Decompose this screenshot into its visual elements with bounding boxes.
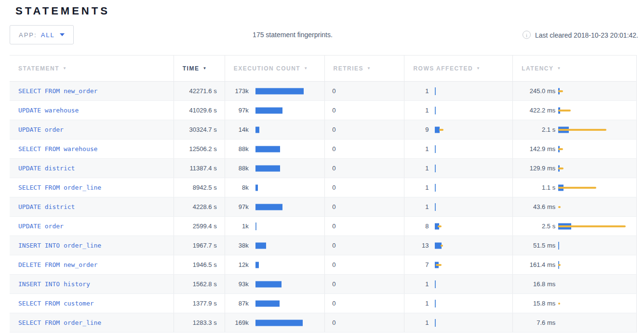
execution-count-cell: 1k [225,217,324,236]
latency-value: 51.5 ms [513,242,555,249]
table-row[interactable]: UPDATE order30324.7 s14k092.1 s [10,120,636,139]
table-row[interactable]: UPDATE district4228.6 s97k0143.6 ms [10,197,636,217]
table-row[interactable]: UPDATE district11387.4 s88k01129.9 ms [10,159,636,178]
execution-count-bar-chart [255,313,324,332]
mean-bar [255,223,256,230]
rows-affected-bar-chart [435,178,512,197]
mean-bar [255,107,282,113]
retries-value: 0 [325,107,336,114]
stddev-bar [558,303,560,305]
rows-affected-cell: 1 [404,178,512,197]
retries-value: 0 [325,203,336,210]
execution-count-value: 173k [225,87,249,95]
latency-value: 7.6 ms [513,319,555,326]
table-row[interactable]: UPDATE warehouse41029.6 s97k01422.2 ms [10,101,636,120]
statement-cell: SELECT FROM new_order [10,82,174,100]
rows-affected-bar-chart [435,313,512,332]
column-header-statement[interactable]: STATEMENT▼ [10,56,174,81]
statement-link[interactable]: DELETE FROM new_order [18,261,97,268]
latency-bar-chart [558,275,636,293]
mean-bar [255,165,280,171]
execution-count-value: 88k [225,165,249,172]
sort-arrow-icon: ▼ [202,66,207,70]
statement-link[interactable]: UPDATE district [18,165,75,172]
column-header-label: RETRIES [334,65,364,72]
statement-link[interactable]: UPDATE order [18,126,64,133]
info-icon[interactable]: i [523,31,531,39]
statement-link[interactable]: UPDATE warehouse [18,107,79,114]
rows-affected-cell: 1 [404,313,512,332]
last-cleared: i Last cleared 2018-10-23 20:01:42. [523,31,638,39]
execution-count-bar-chart [255,294,324,313]
table-row[interactable]: SELECT FROM new_order42271.6 s173k01245.… [10,82,636,101]
rows-affected-cell: 1 [404,275,512,293]
statement-link[interactable]: SELECT FROM order_line [18,319,101,326]
latency-bar-chart [558,120,636,139]
table-header: STATEMENT▼TIME▼EXECUTION COUNT▼RETRIES▼R… [10,56,636,82]
rows-affected-bar-chart [435,101,512,120]
table-row[interactable]: SELECT FROM warehouse12506.2 s88k01142.9… [10,139,636,159]
statement-link[interactable]: UPDATE district [18,203,75,210]
latency-cell: 422.2 ms [512,101,636,120]
latency-cell: 129.9 ms [512,159,636,178]
statement-link[interactable]: INSERT INTO history [18,280,90,288]
table-row[interactable]: SELECT FROM customer1377.9 s87k0115.8 ms [10,294,636,313]
column-header-time[interactable]: TIME▼ [174,56,225,81]
rows-affected-bar-chart [435,120,512,139]
mean-bar [435,145,436,153]
chevron-down-icon [60,33,65,36]
time-value: 30324.7 s [189,126,217,133]
execution-count-cell: 173k [225,82,324,100]
rows-affected-value: 1 [404,184,429,191]
table-row[interactable]: INSERT INTO history1562.8 s93k0116.8 ms [10,275,636,294]
latency-cell: 7.6 ms [512,313,636,332]
latency-cell: 16.8 ms [512,275,636,293]
execution-count-cell: 12k [225,255,324,274]
mean-bar [255,126,259,133]
table-row[interactable]: SELECT FROM order_line1283.3 s169k017.6 … [10,313,636,333]
time-cell: 2599.4 s [174,217,225,236]
execution-count-cell: 8k [225,178,324,197]
mean-bar [435,319,436,327]
latency-value: 422.2 ms [513,107,555,114]
time-cell: 1283.3 s [174,313,225,332]
rows-affected-value: 9 [404,126,429,133]
mean-bar [255,146,280,152]
mean-bar [255,281,282,287]
statement-link[interactable]: INSERT INTO order_line [18,242,101,249]
mean-bar [255,262,259,268]
statement-link[interactable]: UPDATE order [18,223,64,230]
column-header-rows-affected[interactable]: ROWS AFFECTED▼ [404,56,512,81]
time-value: 1562.8 s [193,280,217,288]
execution-count-value: 93k [225,280,249,288]
rows-affected-bar-chart [435,159,512,178]
retries-value: 0 [325,145,336,153]
retries-value: 0 [325,184,336,191]
execution-count-value: 97k [225,107,249,114]
app-filter-label: APP: [19,31,37,39]
column-header-latency[interactable]: LATENCY▼ [512,56,636,81]
statement-link[interactable]: SELECT FROM warehouse [18,145,97,153]
app-filter-dropdown[interactable]: APP: ALL [10,25,74,44]
column-header-retries[interactable]: RETRIES▼ [324,56,404,81]
time-cell: 1377.9 s [174,294,225,313]
rows-affected-value: 13 [404,242,429,249]
latency-cell: 2.5 s [512,217,636,236]
stddev-bar [436,264,442,266]
latency-cell: 2.1 s [512,120,636,139]
column-header-execution-count[interactable]: EXECUTION COUNT▼ [225,56,324,81]
latency-bar-chart [558,139,636,158]
latency-value: 129.9 ms [513,165,555,172]
rows-affected-value: 1 [404,300,429,307]
statement-link[interactable]: SELECT FROM customer [18,300,94,307]
table-row[interactable]: INSERT INTO order_line1967.7 s38k01351.5… [10,236,636,255]
retries-cell: 0 [324,275,404,293]
table-row[interactable]: UPDATE order2599.4 s1k082.5 s [10,217,636,236]
table-row[interactable]: SELECT FROM order_line8942.5 s8k011.1 s [10,178,636,197]
statement-link[interactable]: SELECT FROM new_order [18,87,97,95]
time-value: 4228.6 s [193,203,217,210]
rows-affected-cell: 9 [404,120,512,139]
statement-link[interactable]: SELECT FROM order_line [18,184,101,191]
retries-cell: 0 [324,178,404,197]
table-row[interactable]: DELETE FROM new_order1946.5 s12k07161.4 … [10,255,636,275]
